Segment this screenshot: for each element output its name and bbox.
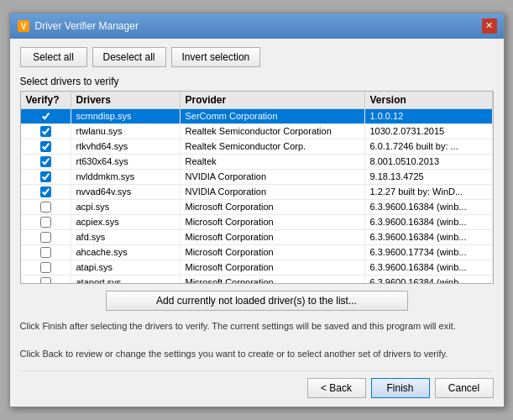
checkbox-cell[interactable]	[21, 155, 71, 169]
verify-checkbox[interactable]	[40, 111, 51, 122]
col-version: Version	[365, 92, 493, 108]
driver-provider: Microsoft Corporation	[181, 245, 365, 260]
driver-name: acpi.sys	[71, 200, 181, 214]
driver-provider: SerComm Corporation	[181, 109, 365, 123]
driver-name: nvvad64v.sys	[71, 185, 181, 199]
table-row[interactable]: rtwlanu.sysRealtek Semiconductor Corpora…	[21, 124, 493, 139]
driver-name: rtkvhd64.sys	[71, 139, 181, 154]
title-bar-left: V Driver Verifier Manager	[17, 19, 139, 33]
driver-name: nvlddmkm.sys	[71, 170, 181, 184]
driver-provider: Microsoft Corporation	[181, 260, 365, 275]
finish-button[interactable]: Finish	[371, 378, 430, 398]
col-drivers: Drivers	[71, 92, 181, 108]
driver-name: scmndisp.sys	[71, 109, 181, 123]
svg-text:V: V	[20, 22, 26, 31]
driver-provider: Realtek	[181, 155, 365, 169]
window-icon: V	[17, 19, 30, 33]
driver-version: 1030.2.0731.2015	[365, 124, 493, 139]
checkbox-cell[interactable]	[21, 124, 71, 139]
invert-selection-button[interactable]: Invert selection	[171, 47, 261, 67]
col-verify: Verify?	[21, 92, 71, 108]
driver-provider: Microsoft Corporation	[181, 276, 365, 284]
info-text: Click Finish after selecting the drivers…	[20, 319, 494, 361]
verify-checkbox[interactable]	[40, 277, 51, 284]
table-row[interactable]: nvvad64v.sysNVIDIA Corporation1.2.27 bui…	[21, 185, 493, 200]
table-row[interactable]: afd.sysMicrosoft Corporation6.3.9600.163…	[21, 230, 493, 245]
main-window: V Driver Verifier Manager ✕ Select all D…	[9, 13, 505, 408]
driver-name: ataport.sys	[71, 276, 181, 284]
checkbox-cell[interactable]	[21, 200, 71, 214]
checkbox-cell[interactable]	[21, 185, 71, 199]
verify-checkbox[interactable]	[40, 247, 51, 258]
cancel-button[interactable]: Cancel	[435, 378, 494, 398]
driver-name: atapi.sys	[71, 260, 181, 275]
driver-provider: NVIDIA Corporation	[181, 185, 365, 199]
title-bar: V Driver Verifier Manager ✕	[10, 13, 504, 39]
table-body: scmndisp.sysSerComm Corporation1.0.0.12r…	[21, 109, 493, 284]
table-row[interactable]: rt630x64.sysRealtek8.001.0510.2013	[21, 155, 493, 170]
driver-version: 6.3.9600.16384 (winb...	[365, 215, 493, 229]
driver-version: 8.001.0510.2013	[365, 155, 493, 169]
bottom-buttons: < Back Finish Cancel	[20, 370, 494, 398]
checkbox-cell[interactable]	[21, 245, 71, 260]
table-row[interactable]: rtkvhd64.sysRealtek Semiconductor Corp.6…	[21, 139, 493, 155]
driver-version: 6.3.9600.17734 (winb...	[365, 245, 493, 260]
verify-checkbox[interactable]	[40, 217, 51, 228]
driver-version: 6.3.9600.16384 (winb...	[365, 230, 493, 244]
window-title: Driver Verifier Manager	[35, 20, 139, 32]
col-provider: Provider	[181, 92, 365, 108]
driver-version: 1.0.0.12	[365, 109, 493, 123]
driver-provider: Microsoft Corporation	[181, 230, 365, 244]
top-button-row: Select all Deselect all Invert selection	[20, 47, 494, 67]
table-row[interactable]: acpiex.sysMicrosoft Corporation6.3.9600.…	[21, 215, 493, 230]
driver-version: 1.2.27 built by: WinD...	[365, 185, 493, 199]
driver-name: rtwlanu.sys	[71, 124, 181, 139]
table-row[interactable]: ataport.sysMicrosoft Corporation6.3.9600…	[21, 276, 493, 284]
table-row[interactable]: nvlddmkm.sysNVIDIA Corporation9.18.13.47…	[21, 170, 493, 185]
checkbox-cell[interactable]	[21, 215, 71, 229]
driver-name: afd.sys	[71, 230, 181, 244]
info-line-1: Click Finish after selecting the drivers…	[20, 319, 494, 333]
table-row[interactable]: ahcache.sysMicrosoft Corporation6.3.9600…	[21, 245, 493, 260]
driver-provider: Microsoft Corporation	[181, 215, 365, 229]
back-button[interactable]: < Back	[307, 378, 366, 398]
driver-version: 6.3.9600.16384 (winb...	[365, 276, 493, 284]
driver-provider: Realtek Semiconductor Corp.	[181, 139, 365, 154]
verify-checkbox[interactable]	[40, 126, 51, 137]
verify-checkbox[interactable]	[40, 202, 51, 213]
driver-version: 6.3.9600.16384 (winb...	[365, 260, 493, 275]
verify-checkbox[interactable]	[40, 141, 51, 152]
checkbox-cell[interactable]	[21, 260, 71, 275]
deselect-all-button[interactable]: Deselect all	[92, 47, 166, 67]
checkbox-cell[interactable]	[21, 276, 71, 284]
verify-checkbox[interactable]	[40, 262, 51, 273]
add-driver-row: Add currently not loaded driver(s) to th…	[20, 291, 494, 311]
table-row[interactable]: atapi.sysMicrosoft Corporation6.3.9600.1…	[21, 260, 493, 276]
table-row[interactable]: acpi.sysMicrosoft Corporation6.3.9600.16…	[21, 200, 493, 215]
driver-provider: Realtek Semiconductor Corporation	[181, 124, 365, 139]
table-row[interactable]: scmndisp.sysSerComm Corporation1.0.0.12	[21, 109, 493, 124]
checkbox-cell[interactable]	[21, 139, 71, 154]
close-button[interactable]: ✕	[482, 18, 497, 34]
info-line-2: Click Back to review or change the setti…	[20, 347, 494, 361]
driver-name: ahcache.sys	[71, 245, 181, 260]
checkbox-cell[interactable]	[21, 170, 71, 184]
verify-checkbox[interactable]	[40, 171, 51, 182]
driver-name: rt630x64.sys	[71, 155, 181, 169]
driver-provider: NVIDIA Corporation	[181, 170, 365, 184]
driver-version: 9.18.13.4725	[365, 170, 493, 184]
driver-provider: Microsoft Corporation	[181, 200, 365, 214]
driver-version: 6.0.1.7246 built by: ...	[365, 139, 493, 154]
select-all-button[interactable]: Select all	[20, 47, 87, 67]
driver-version: 6.3.9600.16384 (winb...	[365, 200, 493, 214]
verify-checkbox[interactable]	[40, 186, 51, 197]
content-area: Select all Deselect all Invert selection…	[10, 39, 504, 407]
table-header: Verify? Drivers Provider Version	[21, 92, 493, 109]
drivers-table[interactable]: Verify? Drivers Provider Version scmndis…	[20, 91, 494, 284]
checkbox-cell[interactable]	[21, 109, 71, 123]
verify-checkbox[interactable]	[40, 232, 51, 243]
driver-name: acpiex.sys	[71, 215, 181, 229]
checkbox-cell[interactable]	[21, 230, 71, 244]
add-driver-button[interactable]: Add currently not loaded driver(s) to th…	[106, 291, 408, 311]
verify-checkbox[interactable]	[40, 156, 51, 167]
